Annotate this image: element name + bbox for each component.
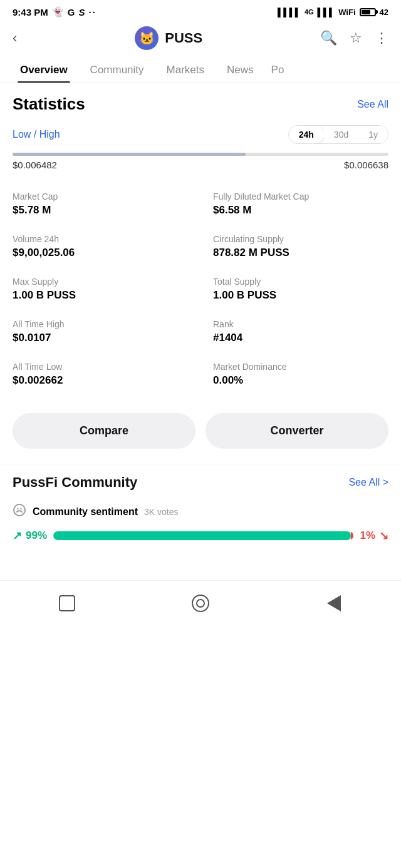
time-btn-30d[interactable]: 30d <box>324 126 358 143</box>
stat-rank: Rank #1404 <box>200 310 388 353</box>
back-button[interactable]: ‹ <box>13 30 17 46</box>
tab-portfolio[interactable]: Po <box>265 58 284 83</box>
sentiment-label: Community sentiment <box>33 506 138 518</box>
time-selector: 24h 30d 1y <box>288 125 388 144</box>
stat-volume-label: Volume 24h <box>13 234 188 244</box>
stat-circ-supply: Circulating Supply 878.82 M PUSS <box>200 225 388 268</box>
stat-rank-label: Rank <box>213 319 388 329</box>
stat-dominance: Market Dominance 0.00% <box>200 353 388 396</box>
stat-fdmc-value: $6.58 M <box>213 204 388 217</box>
price-range-fill <box>13 153 246 156</box>
stat-volume: Volume 24h $9,00,025.06 <box>13 225 200 268</box>
search-icon[interactable]: 🔍 <box>320 30 337 46</box>
network-label: 4G <box>305 8 314 16</box>
sentiment-icon <box>13 503 26 520</box>
header: ‹ 🐱 PUSS 🔍 ☆ ⋮ <box>0 21 401 58</box>
low-high-row: Low / High 24h 30d 1y <box>0 120 401 150</box>
stat-atl-label: All Time Low <box>13 362 188 372</box>
sentiment-row: Community sentiment 3K votes <box>13 503 388 520</box>
stat-fdmc-label: Fully Diluted Market Cap <box>213 191 388 202</box>
price-range-labels: $0.006482 $0.006638 <box>13 156 388 174</box>
signal2-icon: ▌▌▌ <box>318 8 335 17</box>
coin-name: PUSS <box>165 30 202 46</box>
bear-side: 1% ↘ <box>360 529 388 543</box>
tab-news[interactable]: News <box>216 58 265 83</box>
bull-bar-fill <box>53 531 351 540</box>
stat-atl-value: $0.002662 <box>13 374 188 387</box>
bottom-nav <box>0 580 401 633</box>
bull-arrow-icon: ↗ <box>13 529 22 543</box>
stat-market-cap-value: $5.78 M <box>13 204 188 217</box>
price-range-bar <box>13 153 388 156</box>
compare-button[interactable]: Compare <box>13 413 195 449</box>
g-icon: G <box>68 7 75 18</box>
community-header: PussFi Community See All > <box>13 474 388 491</box>
stat-ath: All Time High $0.0107 <box>13 310 200 353</box>
statistics-title: Statistics <box>13 94 85 114</box>
dots-icon: ·· <box>88 7 96 18</box>
stat-fdmc: Fully Diluted Market Cap $6.58 M <box>200 183 388 225</box>
stat-circ-supply-label: Circulating Supply <box>213 234 388 244</box>
stat-atl: All Time Low $0.002662 <box>13 353 200 396</box>
stat-total-supply-value: 1.00 B PUSS <box>213 289 388 302</box>
community-see-all[interactable]: See All > <box>348 477 388 488</box>
share-icon[interactable]: ⋮ <box>375 30 388 46</box>
stat-total-supply-label: Total Supply <box>213 277 388 287</box>
stat-market-cap: Market Cap $5.78 M <box>13 183 200 225</box>
time-btn-24h[interactable]: 24h <box>289 126 324 143</box>
status-bar: 9:43 PM 👻 G S ·· ▌▌▌▌ 4G ▌▌▌ WiFi 42 <box>0 0 401 21</box>
nav-square-icon <box>59 595 75 611</box>
action-buttons: Compare Converter <box>0 401 401 464</box>
stat-max-supply-value: 1.00 B PUSS <box>13 289 188 302</box>
tab-markets[interactable]: Markets <box>155 58 216 83</box>
ghost-icon: 👻 <box>52 6 64 18</box>
time-btn-1y[interactable]: 1y <box>358 126 388 143</box>
s-icon: S <box>78 7 85 18</box>
nav-circle-icon <box>192 595 209 612</box>
stat-ath-label: All Time High <box>13 319 188 329</box>
nav-home-button[interactable] <box>189 592 212 615</box>
stat-circ-supply-value: 878.82 M PUSS <box>213 247 388 259</box>
svg-point-1 <box>17 508 18 509</box>
converter-button[interactable]: Converter <box>206 413 388 449</box>
nav-triangle-icon <box>327 595 341 611</box>
sentiment-bar-row: ↗ 99% 1% ↘ <box>13 529 388 543</box>
signal-icon: ▌▌▌▌ <box>278 8 301 17</box>
nav-back-button[interactable] <box>323 592 345 615</box>
wifi-icon: WiFi <box>338 8 355 17</box>
svg-point-2 <box>20 508 21 509</box>
battery-icon <box>360 8 376 16</box>
stats-grid: Market Cap $5.78 M Fully Diluted Market … <box>0 178 401 401</box>
stat-total-supply: Total Supply 1.00 B PUSS <box>200 268 388 310</box>
community-title: PussFi Community <box>13 474 137 491</box>
header-icons: 🔍 ☆ ⋮ <box>320 30 388 46</box>
battery-pct: 42 <box>380 8 388 17</box>
status-right: ▌▌▌▌ 4G ▌▌▌ WiFi 42 <box>278 8 388 17</box>
tabs-container: Overview Community Markets News Po <box>0 58 401 83</box>
bear-bar-fill <box>351 531 354 540</box>
nav-square-button[interactable] <box>56 592 78 615</box>
coin-title: 🐱 PUSS <box>135 26 202 50</box>
community-section: PussFi Community See All > Community sen… <box>0 464 401 543</box>
statistics-header: Statistics See All <box>0 83 401 120</box>
bull-side: ↗ 99% <box>13 529 47 543</box>
coin-avatar: 🐱 <box>135 26 159 50</box>
bull-percentage: 99% <box>26 529 47 542</box>
statistics-see-all[interactable]: See All <box>357 99 388 110</box>
stat-max-supply: Max Supply 1.00 B PUSS <box>13 268 200 310</box>
tab-community[interactable]: Community <box>79 58 155 83</box>
vote-count: 3K votes <box>144 507 178 517</box>
bear-percentage: 1% <box>360 529 375 542</box>
stat-dominance-value: 0.00% <box>213 374 388 387</box>
bear-arrow-icon: ↘ <box>379 529 388 543</box>
price-low: $0.006482 <box>13 160 57 170</box>
stat-rank-value: #1404 <box>213 332 388 344</box>
stat-volume-value: $9,00,025.06 <box>13 247 188 259</box>
star-icon[interactable]: ☆ <box>350 30 362 46</box>
tab-overview[interactable]: Overview <box>9 58 79 83</box>
price-range-container: $0.006482 $0.006638 <box>0 150 401 178</box>
stat-market-cap-label: Market Cap <box>13 191 188 202</box>
stat-dominance-label: Market Dominance <box>213 362 388 372</box>
time-display: 9:43 PM <box>13 7 48 18</box>
price-high: $0.006638 <box>344 160 388 170</box>
